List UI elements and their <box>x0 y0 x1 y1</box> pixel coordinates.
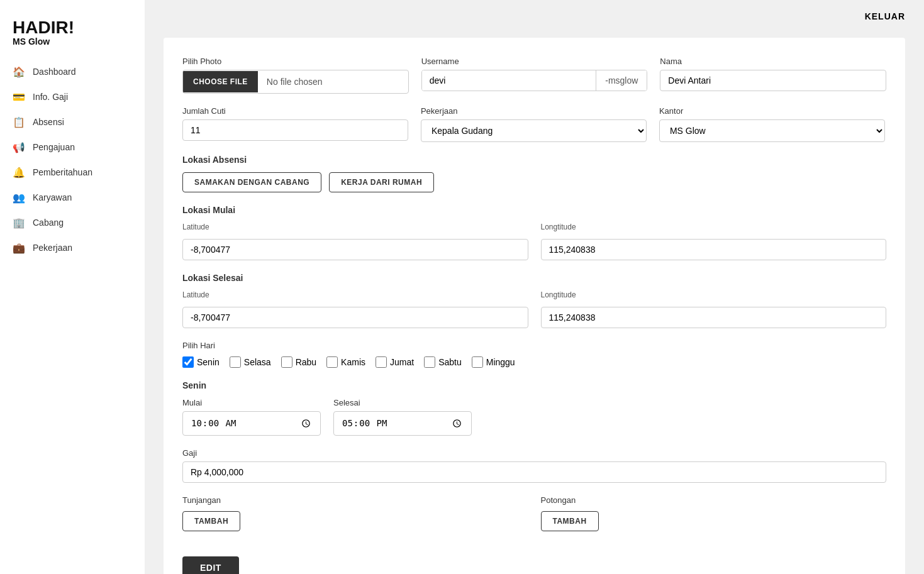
file-name-label: No file chosen <box>258 70 408 93</box>
sidebar-item-dashboard[interactable]: 🏠Dashboard <box>0 59 145 84</box>
lon-mulai-input[interactable] <box>541 239 887 260</box>
dashboard-icon: 🏠 <box>13 65 25 78</box>
lokasi-mulai-row: Latitude Longtitude <box>182 223 886 260</box>
file-input-group: CHOOSE FILE No file chosen <box>182 70 409 94</box>
brand-title: HADIR! <box>13 19 132 36</box>
lat-mulai-input[interactable] <box>182 239 528 260</box>
mulai-time-input[interactable] <box>182 411 321 436</box>
pemberitahuan-icon: 🔔 <box>13 166 25 179</box>
sidebar: HADIR! MS Glow 🏠Dashboard💳Info. Gaji📋Abs… <box>0 0 145 574</box>
sidebar-item-pemberitahuan[interactable]: 🔔Pemberitahuan <box>0 160 145 185</box>
checkbox-kamis[interactable] <box>326 356 338 368</box>
info-gaji-icon: 💳 <box>13 91 25 103</box>
pekerjaan-label: Pekerjaan <box>421 106 647 116</box>
day-checkbox-sabtu[interactable]: Sabtu <box>424 356 462 368</box>
lon-selesai-input[interactable] <box>541 307 887 328</box>
day-label-sabtu: Sabtu <box>438 357 462 367</box>
pilih-hari-section: Pilih Hari SeninSelasaRabuKamisJumatSabt… <box>182 341 886 368</box>
checkbox-selasa[interactable] <box>230 356 241 368</box>
group-nama: Nama <box>660 57 886 94</box>
nav-menu: 🏠Dashboard💳Info. Gaji📋Absensi📢Pengajuan🔔… <box>0 59 145 260</box>
senin-title: Senin <box>182 380 886 390</box>
group-pekerjaan: Pekerjaan Kepala GudangStaffManagerHRD <box>421 106 647 142</box>
lon-mulai-label: Longtitude <box>541 223 887 231</box>
gaji-input[interactable] <box>182 461 886 483</box>
sidebar-item-label-cabang: Cabang <box>33 218 64 228</box>
username-group: -msglow <box>421 70 648 91</box>
tunjangan-section: Tunjangan TAMBAH <box>182 495 528 531</box>
sidebar-item-label-pekerjaan: Pekerjaan <box>33 243 72 253</box>
lokasi-buttons-row: SAMAKAN DENGAN CABANG KERJA DARI RUMAH <box>182 172 886 192</box>
checkbox-rabu[interactable] <box>281 356 292 368</box>
mulai-label: Mulai <box>182 398 321 407</box>
row-cuti-pekerjaan-kantor: Jumlah Cuti Pekerjaan Kepala GudangStaff… <box>182 106 886 142</box>
nama-input[interactable] <box>660 70 886 91</box>
lokasi-mulai-title: Lokasi Mulai <box>182 205 886 215</box>
group-jumlah-cuti: Jumlah Cuti <box>182 106 408 142</box>
day-label-minggu: Minggu <box>486 357 515 367</box>
day-label-kamis: Kamis <box>341 357 365 367</box>
lat-selesai-label: Latitude <box>182 290 528 299</box>
karyawan-icon: 👥 <box>13 191 25 204</box>
pengajuan-icon: 📢 <box>13 141 25 153</box>
lat-selesai-input[interactable] <box>182 307 528 328</box>
day-label-senin: Senin <box>197 357 220 367</box>
sidebar-item-pekerjaan[interactable]: 💼Pekerjaan <box>0 235 145 260</box>
kerja-dari-rumah-button[interactable]: KERJA DARI RUMAH <box>329 172 434 192</box>
lokasi-absensi-section: Lokasi Absensi SAMAKAN DENGAN CABANG KER… <box>182 155 886 192</box>
kantor-select[interactable]: MS GlowCabang 1Cabang 2 <box>659 119 885 142</box>
day-checkbox-minggu[interactable]: Minggu <box>472 356 515 368</box>
day-checkbox-rabu[interactable]: Rabu <box>281 356 316 368</box>
tambah-potongan-button[interactable]: TAMBAH <box>541 511 599 531</box>
pekerjaan-select[interactable]: Kepala GudangStaffManagerHRD <box>421 119 647 142</box>
day-checkbox-selasa[interactable]: Selasa <box>230 356 271 368</box>
day-label-selasa: Selasa <box>244 357 271 367</box>
group-lat-selesai: Latitude <box>182 290 528 328</box>
edit-button[interactable]: EDIT <box>182 556 239 574</box>
time-row: Mulai Selesai <box>182 398 886 436</box>
brand-subtitle: MS Glow <box>13 36 132 47</box>
sidebar-item-info-gaji[interactable]: 💳Info. Gaji <box>0 84 145 109</box>
sidebar-item-cabang[interactable]: 🏢Cabang <box>0 210 145 235</box>
group-selesai-time: Selesai <box>333 398 472 436</box>
tambah-tunjangan-button[interactable]: TAMBAH <box>182 511 240 531</box>
group-mulai-time: Mulai <box>182 398 321 436</box>
logout-button[interactable]: KELUAR <box>846 0 924 33</box>
sidebar-item-karyawan[interactable]: 👥Karyawan <box>0 185 145 210</box>
group-username: Username -msglow <box>421 57 648 94</box>
checkbox-senin[interactable] <box>182 356 194 368</box>
selesai-label: Selesai <box>333 398 472 407</box>
senin-time-section: Senin Mulai Selesai <box>182 380 886 436</box>
group-kantor: Kantor MS GlowCabang 1Cabang 2 <box>659 106 885 142</box>
pilih-photo-label: Pilih Photo <box>182 57 409 66</box>
jumlah-cuti-label: Jumlah Cuti <box>182 106 408 116</box>
jumlah-cuti-input[interactable] <box>182 119 408 141</box>
gaji-section: Gaji <box>182 448 886 483</box>
sidebar-item-label-karyawan: Karyawan <box>33 192 72 202</box>
day-checkbox-kamis[interactable]: Kamis <box>326 356 365 368</box>
sidebar-item-pengajuan[interactable]: 📢Pengajuan <box>0 135 145 160</box>
checkbox-sabtu[interactable] <box>424 356 435 368</box>
days-row: SeninSelasaRabuKamisJumatSabtuMinggu <box>182 356 886 368</box>
username-input[interactable] <box>422 70 596 91</box>
day-checkbox-jumat[interactable]: Jumat <box>376 356 414 368</box>
pilih-hari-label: Pilih Hari <box>182 341 886 350</box>
lat-mulai-label: Latitude <box>182 223 528 231</box>
selesai-time-input[interactable] <box>333 411 472 436</box>
absensi-icon: 📋 <box>13 116 25 128</box>
pekerjaan-icon: 💼 <box>13 241 25 254</box>
sidebar-item-label-dashboard: Dashboard <box>33 67 76 77</box>
lokasi-selesai-section: Lokasi Selesai Latitude Longtitude <box>182 273 886 328</box>
day-checkbox-senin[interactable]: Senin <box>182 356 220 368</box>
form-card: Pilih Photo CHOOSE FILE No file chosen U… <box>164 38 905 574</box>
nama-label: Nama <box>660 57 886 66</box>
checkbox-minggu[interactable] <box>472 356 483 368</box>
potongan-section: Potongan TAMBAH <box>541 495 887 531</box>
sidebar-item-label-pemberitahuan: Pemberitahuan <box>33 167 92 177</box>
samakan-cabang-button[interactable]: SAMAKAN DENGAN CABANG <box>182 172 321 192</box>
choose-file-button[interactable]: CHOOSE FILE <box>183 71 258 92</box>
lokasi-mulai-section: Lokasi Mulai Latitude Longtitude <box>182 205 886 260</box>
group-pilih-photo: Pilih Photo CHOOSE FILE No file chosen <box>182 57 409 94</box>
checkbox-jumat[interactable] <box>376 356 387 368</box>
sidebar-item-absensi[interactable]: 📋Absensi <box>0 109 145 135</box>
